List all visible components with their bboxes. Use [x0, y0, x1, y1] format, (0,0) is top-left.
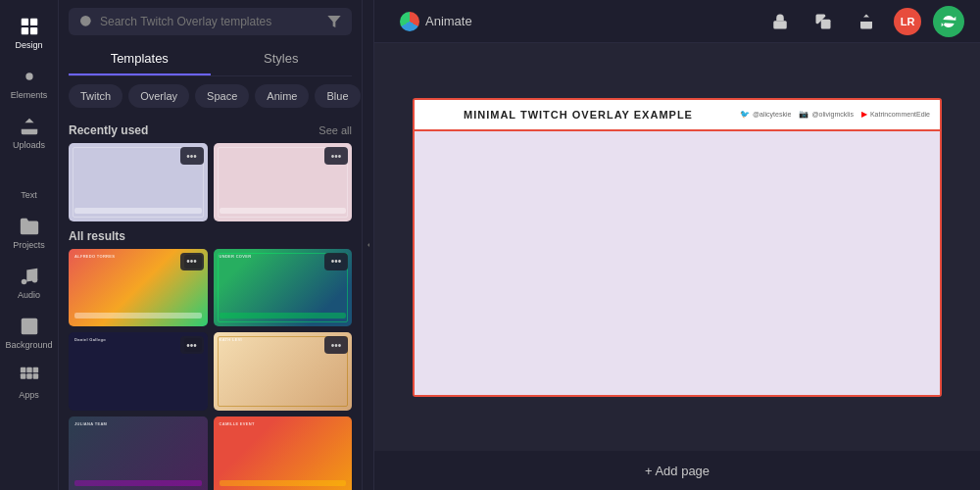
filter-tag-twitch[interactable]: Twitch [69, 84, 122, 108]
template-more-r1[interactable]: ••• [180, 147, 204, 165]
bottom-bar: + Add page [374, 451, 980, 490]
template-thumb-a4[interactable]: KATH LEVI ••• [214, 332, 353, 411]
svg-rect-8 [20, 368, 25, 373]
svg-rect-12 [26, 373, 32, 379]
filter-tag-blue[interactable]: Blue [315, 84, 360, 108]
youtube-icon: ▶ [861, 110, 867, 119]
svg-rect-1 [29, 19, 36, 25]
sidebar-item-uploads[interactable]: Uploads [0, 108, 58, 158]
instagram-icon: 📷 [799, 110, 808, 119]
recently-used-title: Recently used [69, 123, 148, 137]
sidebar-item-design-label: Design [15, 40, 42, 50]
template-label-a6: CAMILLE EVENT [220, 421, 255, 426]
collapse-handle[interactable] [363, 0, 374, 490]
sidebar-item-design[interactable]: Design [0, 8, 58, 58]
sidebar-item-uploads-label: Uploads [13, 140, 45, 150]
svg-rect-3 [29, 27, 36, 34]
template-thumb-a1[interactable]: ALFREDO TORRES ••• [69, 249, 208, 327]
overlay-top-bar: MINIMAL TWITCH OVERLAY EXAMPLE 🐦 @alicyt… [415, 100, 940, 131]
panel-content: Recently used See all ••• ••• All resu [59, 116, 362, 490]
twitter-icon: 🐦 [740, 110, 750, 119]
filter-tag-space[interactable]: Space [195, 84, 249, 108]
top-bar: Animate LR [374, 0, 980, 43]
templates-panel: Templates Styles Twitch Overlay Space An… [59, 0, 363, 490]
template-more-a3[interactable]: ••• [180, 336, 204, 354]
refresh-button[interactable] [933, 6, 964, 37]
template-thumb-a3[interactable]: Daniel Gallego ••• [69, 332, 208, 411]
canvas-frame[interactable]: MINIMAL TWITCH OVERLAY EXAMPLE 🐦 @alicyt… [413, 98, 942, 397]
canvas-inner [415, 131, 940, 397]
twitter-handle: @alicyteskie [753, 111, 791, 118]
sidebar-item-audio[interactable]: Audio [0, 258, 58, 308]
see-all-link[interactable]: See all [318, 124, 352, 136]
template-more-a4[interactable]: ••• [324, 336, 348, 354]
sidebar-item-apps-label: Apps [19, 390, 39, 400]
sidebar-item-projects[interactable]: Projects [0, 208, 58, 258]
recently-used-grid: ••• ••• [69, 143, 352, 221]
sidebar-item-elements[interactable]: Elements [0, 58, 58, 108]
sidebar-item-text[interactable]: Text [0, 158, 58, 208]
lock-icon-button[interactable] [764, 6, 796, 37]
svg-rect-7 [21, 318, 37, 335]
template-label-a1: ALFREDO TORRES [74, 254, 115, 259]
template-thumb-a2[interactable]: UNDER COVER ••• [214, 249, 353, 327]
svg-rect-2 [21, 27, 27, 34]
template-more-a2[interactable]: ••• [324, 253, 348, 270]
filter-tag-overlay[interactable]: Overlay [128, 84, 189, 108]
search-input[interactable] [100, 15, 320, 28]
animate-label: Animate [425, 14, 472, 28]
template-thumb-r1[interactable]: ••• [69, 143, 208, 221]
recently-used-header: Recently used See all [69, 123, 352, 137]
svg-point-4 [25, 73, 32, 79]
svg-point-5 [21, 279, 26, 285]
template-thumb-r2[interactable]: ••• [214, 143, 353, 221]
share-icon-button[interactable] [851, 6, 882, 37]
template-more-r2[interactable]: ••• [324, 147, 348, 165]
template-thumb-a5[interactable]: JULIANA TEAM [69, 416, 208, 490]
user-avatar: LR [894, 8, 921, 35]
sidebar-item-apps[interactable]: Apps [0, 358, 58, 408]
all-results-title: All results [69, 229, 125, 243]
template-thumb-a6[interactable]: CAMILLE EVENT [214, 416, 353, 490]
svg-point-14 [80, 16, 91, 26]
tabs-row: Templates Styles [69, 43, 352, 76]
icon-sidebar: Design Elements Uploads Text Projects Au… [0, 0, 59, 490]
instagram-handle: @olivigmcklis [811, 111, 854, 118]
svg-rect-11 [20, 373, 25, 379]
svg-rect-13 [32, 373, 37, 379]
add-page-label: + Add page [645, 464, 710, 478]
animate-button[interactable]: Animate [390, 8, 482, 35]
canvas-area: Animate LR MINIMAL TWITCH OVERLAY EXAMPL… [374, 0, 980, 490]
social-twitter: 🐦 @alicyteskie [740, 110, 791, 119]
overlay-social: 🐦 @alicyteskie 📷 @olivigmcklis ▶ Katrinc… [740, 110, 930, 119]
template-label-a3: Daniel Gallego [74, 337, 106, 342]
sidebar-item-background[interactable]: Background [0, 308, 58, 358]
search-bar[interactable] [69, 8, 352, 35]
social-youtube: ▶ KatrincommentEdie [861, 110, 930, 119]
sidebar-item-audio-label: Audio [18, 290, 40, 300]
sidebar-item-background-label: Background [5, 340, 52, 350]
canvas-wrapper: MINIMAL TWITCH OVERLAY EXAMPLE 🐦 @alicyt… [374, 43, 980, 451]
copy-icon-button[interactable] [808, 6, 839, 37]
sidebar-item-elements-label: Elements [11, 90, 48, 100]
svg-rect-16 [821, 19, 831, 28]
all-results-grid: ALFREDO TORRES ••• UNDER COVER ••• Danie… [69, 249, 352, 490]
filter-tags: Twitch Overlay Space Anime Blue › [59, 76, 362, 116]
sidebar-item-projects-label: Projects [13, 240, 45, 250]
template-more-a1[interactable]: ••• [180, 253, 204, 270]
animate-icon [400, 12, 419, 31]
svg-point-6 [31, 277, 37, 283]
overlay-title: MINIMAL TWITCH OVERLAY EXAMPLE [424, 109, 732, 121]
tab-templates[interactable]: Templates [69, 43, 211, 75]
all-results-header: All results [69, 229, 352, 243]
filter-icon[interactable] [326, 14, 342, 29]
search-icon [78, 14, 94, 29]
filter-tag-anime[interactable]: Anime [255, 84, 309, 108]
youtube-handle: KatrincommentEdie [870, 111, 930, 118]
sidebar-item-text-label: Text [21, 190, 37, 200]
svg-rect-10 [32, 368, 37, 373]
template-label-a5: JULIANA TEAM [74, 421, 107, 426]
tab-styles[interactable]: Styles [211, 43, 353, 75]
add-page-button[interactable]: + Add page [629, 458, 725, 484]
social-instagram: 📷 @olivigmcklis [799, 110, 854, 119]
